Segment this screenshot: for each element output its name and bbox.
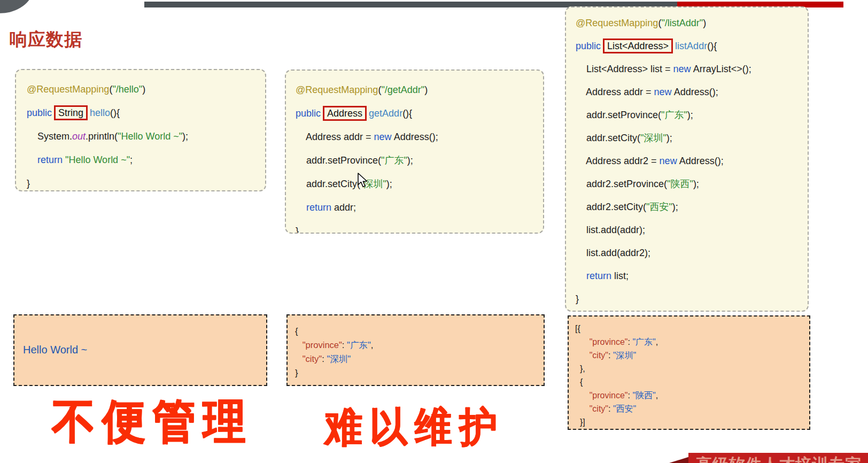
code-token: "深圳" <box>640 133 666 143</box>
code-token: addr; <box>331 202 356 213</box>
code-token: ); <box>386 179 392 189</box>
code-line: Address addr = new Address(); <box>296 125 543 149</box>
code-token: System. <box>27 131 72 142</box>
code-line: addr.setCity("深圳"); <box>296 172 543 196</box>
code-token: "西安" <box>646 202 672 212</box>
brand-ribbon-text: 高级软件人才培训专家 <box>696 454 862 463</box>
code-line: publicAddressgetAddr(){ <box>296 102 543 125</box>
code-token <box>575 404 590 413</box>
highlighted-return-type: String <box>54 105 88 120</box>
caption-hard-to-maintain: 难以维护 <box>313 400 516 454</box>
code-token: addr2.setProvince( <box>576 179 667 189</box>
output-box-listaddr: [{ "province": "广东", "city": "深圳" }, { "… <box>568 315 810 430</box>
code-line: } <box>576 288 808 311</box>
code-line: }, <box>575 362 809 375</box>
code-token: Address addr = <box>296 132 374 142</box>
code-token: "广东" <box>632 337 655 346</box>
code-token <box>575 337 590 346</box>
code-token: { <box>295 326 298 336</box>
code-line: "city": "深圳" <box>295 352 544 366</box>
code-line: publicStringhello(){ <box>27 101 265 125</box>
code-token: ); <box>182 131 188 142</box>
code-token: } <box>27 178 30 189</box>
code-line: } <box>27 172 265 191</box>
code-token: out <box>72 131 86 142</box>
code-line: list.add(addr); <box>576 219 808 242</box>
code-token: "/hello" <box>112 84 142 95</box>
slide-response-data: 响应数据 @RequestMapping("/hello")publicStri… <box>0 0 868 463</box>
code-line: System.out.println("Hello World ~"); <box>27 125 265 148</box>
page-title: 响应数据 <box>10 28 82 52</box>
output-hello-text: Hello World ~ <box>23 344 87 356</box>
code-line: return list; <box>576 265 808 288</box>
code-token: Address(); <box>677 156 724 166</box>
code-line: Address addr = new Address(); <box>576 81 808 104</box>
code-token: new <box>374 132 392 142</box>
code-line: addr.setProvince("广东"); <box>296 149 543 172</box>
code-line: list.add(addr2); <box>576 242 808 265</box>
highlighted-return-type: Address <box>323 106 367 121</box>
code-line: return addr; <box>296 196 543 219</box>
code-token: list.add(addr); <box>576 225 645 235</box>
corner-logo <box>0 0 39 19</box>
code-line: }] <box>575 415 809 429</box>
code-token: : <box>608 351 613 360</box>
code-token: : <box>342 340 347 350</box>
code-token: public <box>296 108 321 119</box>
code-token: new <box>654 87 672 97</box>
code-line: "province": "陕西", <box>575 389 809 402</box>
code-line: @RequestMapping("/getAddr") <box>296 78 543 102</box>
code-line: "city": "西安" <box>575 402 809 415</box>
code-token: : <box>608 404 613 413</box>
output-box-hello: Hello World ~ <box>13 314 267 386</box>
code-token: @RequestMapping <box>296 84 378 95</box>
code-line: { <box>575 375 809 389</box>
code-line: addr2.setProvince("陕西"); <box>576 173 808 196</box>
code-token: "陕西" <box>667 179 693 189</box>
code-token: Address addr2 = <box>576 156 660 166</box>
brand-ribbon: 高级软件人才培训专家 <box>688 453 868 463</box>
code-token: ); <box>666 133 672 143</box>
code-token: new <box>660 156 677 166</box>
output-box-getaddr: { "province": "广东", "city": "深圳"} <box>286 314 545 386</box>
code-token: "/listAddr" <box>661 18 703 28</box>
code-token: addr.setCity( <box>296 179 360 189</box>
code-token: "city" <box>590 404 608 413</box>
code-token: list; <box>611 271 629 281</box>
code-token: } <box>576 294 579 304</box>
code-line: publicList<Address>listAddr(){ <box>576 35 808 58</box>
code-token: "广东" <box>347 340 371 350</box>
code-token: (){ <box>402 108 412 119</box>
code-token: { <box>575 377 583 387</box>
caption-not-easy-to-manage: 不便管理 <box>37 391 267 453</box>
code-token: "province" <box>590 391 628 400</box>
code-line: @RequestMapping("/hello") <box>27 78 265 101</box>
code-line: Address addr2 = new Address(); <box>576 150 808 173</box>
code-line: @RequestMapping("/listAddr") <box>576 12 808 35</box>
code-token: }] <box>575 418 585 427</box>
code-token: addr.setProvince( <box>576 110 661 120</box>
code-token: return <box>37 155 65 165</box>
code-token: list.add(addr2); <box>576 248 650 258</box>
code-token <box>296 202 306 213</box>
code-token: ArrayList<>(); <box>691 64 751 74</box>
code-token: ) <box>424 84 428 95</box>
code-token: listAddr <box>675 41 707 51</box>
code-token: return <box>586 271 611 281</box>
code-token: "深圳" <box>327 354 351 364</box>
code-block-getaddr: @RequestMapping("/getAddr")publicAddress… <box>285 70 544 234</box>
code-token: Address(); <box>672 87 718 97</box>
code-line: [{ <box>575 322 809 335</box>
code-token: "Hello World ~" <box>118 131 182 142</box>
code-token: "city" <box>590 351 608 360</box>
code-token: "city" <box>303 354 322 364</box>
code-token: , <box>656 391 658 400</box>
code-line: addr.setProvince("广东"); <box>576 104 808 127</box>
code-token: (){ <box>707 41 717 51</box>
code-line: addr2.setCity("西安"); <box>576 196 808 219</box>
code-token: ) <box>703 18 706 28</box>
code-token: @RequestMapping <box>576 18 658 28</box>
code-token: } <box>295 368 298 377</box>
code-token: [{ <box>575 324 580 333</box>
code-token: return <box>306 202 331 213</box>
